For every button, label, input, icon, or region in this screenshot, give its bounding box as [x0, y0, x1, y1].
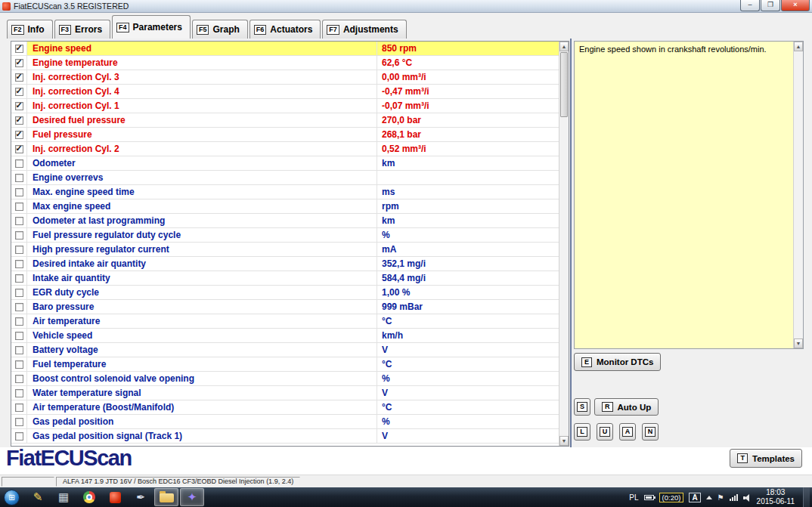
- checkbox-unchecked[interactable]: [11, 257, 27, 271]
- tab-actuators[interactable]: F6Actuators: [249, 20, 321, 39]
- tab-info[interactable]: F2Info: [7, 20, 53, 39]
- media-app-icon[interactable]: [180, 488, 204, 506]
- scroll-up-icon[interactable]: ▲: [559, 42, 569, 51]
- scrollbar-thumb[interactable]: [560, 52, 568, 117]
- parameter-row[interactable]: Boost control solenoid valve opening%: [11, 372, 559, 386]
- checkbox-checked[interactable]: [11, 99, 27, 113]
- checkbox-checked[interactable]: [11, 128, 27, 141]
- parameter-row[interactable]: Odometerkm: [11, 156, 559, 171]
- checkbox-unchecked[interactable]: [11, 314, 27, 328]
- parameter-row[interactable]: Engine speed850 rpm: [11, 42, 559, 56]
- panel-splitter[interactable]: [570, 39, 572, 447]
- checkbox-unchecked[interactable]: [11, 415, 27, 428]
- checkbox-unchecked[interactable]: [11, 171, 27, 184]
- parameter-row[interactable]: Gas pedal position%: [11, 415, 559, 429]
- checkbox-checked[interactable]: [11, 85, 27, 98]
- parameter-row[interactable]: Baro pressure999 mBar: [11, 300, 559, 314]
- network-icon[interactable]: [730, 493, 738, 501]
- checkbox-unchecked[interactable]: [11, 400, 27, 414]
- checkbox-unchecked[interactable]: [11, 372, 27, 385]
- maximize-button[interactable]: ❐: [761, 0, 780, 11]
- checkbox-unchecked[interactable]: [11, 156, 27, 170]
- parameter-row[interactable]: Vehicle speedkm/h: [11, 329, 559, 343]
- parameter-row[interactable]: Max. engine speed timems: [11, 185, 559, 199]
- parameter-row[interactable]: Max engine speedrpm: [11, 199, 559, 214]
- parameter-row[interactable]: Desired intake air quantity352,1 mg/i: [11, 257, 559, 271]
- tab-parameters[interactable]: F4Parameters: [112, 15, 191, 39]
- scroll-down-icon[interactable]: ▼: [559, 436, 569, 446]
- a-button[interactable]: A: [619, 423, 636, 441]
- checkbox-unchecked[interactable]: [11, 286, 27, 299]
- parameters-scrollbar[interactable]: ▲ ▼: [559, 42, 569, 446]
- parameter-row[interactable]: Odometer at last programmingkm: [11, 214, 559, 228]
- parameter-row[interactable]: Air temperature (Boost/Manifold)°C: [11, 400, 559, 415]
- auto-up-button[interactable]: R Auto Up: [594, 398, 659, 416]
- checkbox-checked[interactable]: [11, 56, 27, 70]
- tab-graph[interactable]: F5Graph: [192, 20, 248, 39]
- tab-errors[interactable]: F3Errors: [54, 20, 111, 39]
- parameter-row[interactable]: Fuel pressure regulator duty cycle%: [11, 228, 559, 243]
- n-button[interactable]: N: [642, 423, 659, 441]
- taskbar-clock[interactable]: 18:03 2015-06-11: [757, 488, 795, 507]
- checkbox-checked[interactable]: [11, 42, 27, 55]
- checkbox-unchecked[interactable]: [11, 228, 27, 242]
- parameter-row[interactable]: Air temperature°C: [11, 314, 559, 329]
- checkbox-unchecked[interactable]: [11, 271, 27, 285]
- checkbox-unchecked[interactable]: [11, 429, 27, 443]
- parameter-row[interactable]: Battery voltageV: [11, 343, 559, 357]
- parameter-row[interactable]: Inj. correction Cyl. 1-0,07 mm³/i: [11, 99, 559, 113]
- templates-button[interactable]: T Templates: [730, 449, 802, 468]
- gray-app-icon[interactable]: [51, 488, 76, 506]
- timer-badge[interactable]: (0:20): [659, 493, 684, 502]
- parameter-row[interactable]: Engine overrevs: [11, 171, 559, 185]
- parameter-row[interactable]: Fuel pressure268,1 bar: [11, 128, 559, 142]
- monitor-dtcs-button[interactable]: E Monitor DTCs: [574, 353, 661, 371]
- red-app-icon[interactable]: [103, 488, 127, 506]
- u-button[interactable]: U: [597, 423, 613, 441]
- parameter-row[interactable]: Engine temperature62,6 °C: [11, 56, 559, 70]
- checkbox-unchecked[interactable]: [11, 300, 27, 314]
- parameter-row[interactable]: Water temperature signalV: [11, 386, 559, 400]
- parameter-row[interactable]: EGR duty cycle1,00 %: [11, 286, 559, 300]
- checkbox-unchecked[interactable]: [11, 343, 27, 357]
- scrollbar-track[interactable]: [559, 118, 569, 436]
- file-explorer-icon[interactable]: [154, 488, 178, 506]
- checkbox-unchecked[interactable]: [11, 199, 27, 213]
- checkbox-unchecked[interactable]: [11, 329, 27, 342]
- parameter-row[interactable]: Inj. correction Cyl. 30,00 mm³/i: [11, 70, 559, 85]
- parameter-row[interactable]: Inj. correction Cyl. 20,52 mm³/i: [11, 142, 559, 156]
- checkbox-checked[interactable]: [11, 70, 27, 84]
- hidden-icons-chevron-icon[interactable]: [706, 496, 712, 499]
- checkbox-checked[interactable]: [11, 142, 27, 156]
- chrome-browser-icon[interactable]: [77, 488, 101, 506]
- tab-adjustments[interactable]: F7Adjustments: [322, 20, 406, 39]
- parameter-row[interactable]: Inj. correction Cyl. 4-0,47 mm³/i: [11, 85, 559, 99]
- checkbox-unchecked[interactable]: [11, 357, 27, 371]
- info-scrollbar[interactable]: ▲ ▼: [793, 42, 803, 348]
- title-bar[interactable]: FiatECUScan 3.5 REGISTERED – ❐ ×: [0, 0, 812, 13]
- language-indicator[interactable]: PL: [629, 493, 638, 502]
- show-desktop-button[interactable]: [803, 487, 810, 507]
- scrollbar-track[interactable]: [794, 51, 803, 339]
- checkbox-unchecked[interactable]: [11, 214, 27, 227]
- action-center-flag-icon[interactable]: ⚑: [717, 493, 724, 502]
- parameter-row[interactable]: Gas pedal position signal (Track 1)V: [11, 429, 559, 444]
- checkbox-checked[interactable]: [11, 113, 27, 127]
- checkbox-unchecked[interactable]: [11, 243, 27, 256]
- minimize-button[interactable]: –: [740, 0, 760, 11]
- scroll-down-icon[interactable]: ▼: [794, 339, 803, 348]
- close-button[interactable]: ×: [781, 0, 810, 11]
- parameter-row[interactable]: Desired fuel pressure270,0 bar: [11, 113, 559, 128]
- s-button[interactable]: S: [574, 398, 590, 416]
- pen-app-icon[interactable]: [129, 488, 153, 506]
- parameter-row[interactable]: Intake air quantity584,4 mg/i: [11, 271, 559, 286]
- start-button[interactable]: ⊞: [4, 490, 20, 505]
- notes-app-icon[interactable]: [26, 488, 50, 506]
- scroll-up-icon[interactable]: ▲: [794, 42, 803, 51]
- battery-icon[interactable]: [644, 495, 654, 500]
- parameter-row[interactable]: High pressure regulator currentmA: [11, 243, 559, 257]
- checkbox-unchecked[interactable]: [11, 386, 27, 400]
- checkbox-unchecked[interactable]: [11, 185, 27, 199]
- l-button[interactable]: L: [574, 423, 590, 441]
- volume-icon[interactable]: [743, 493, 752, 502]
